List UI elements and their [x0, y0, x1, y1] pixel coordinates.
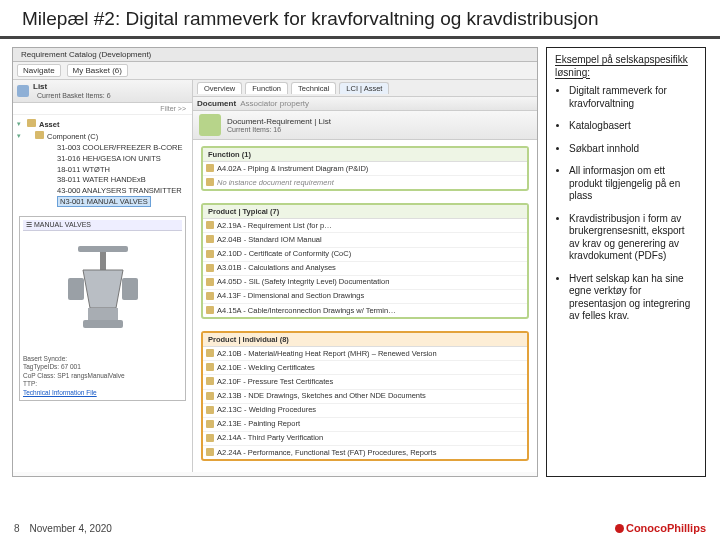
- preview-link[interactable]: Technical Information File: [23, 389, 182, 397]
- folder-icon: [35, 131, 44, 139]
- list-item[interactable]: A2.10E - Welding Certificates: [203, 361, 527, 375]
- valve-image: [23, 233, 182, 353]
- tree-item[interactable]: 18-011 WTØTH: [47, 165, 188, 176]
- group-title: Product | Typical (7): [208, 207, 279, 216]
- tab-overview[interactable]: Overview: [197, 82, 242, 94]
- list-item[interactable]: A4.13F - Dimensional and Section Drawing…: [203, 290, 527, 304]
- preview-card: ☰ MANUAL VALVES: [19, 216, 186, 401]
- svg-rect-5: [88, 308, 118, 320]
- footer-date: November 4, 2020: [30, 523, 112, 534]
- doc-title: Document-Requirement | List: [227, 117, 331, 126]
- side-lead: Eksempel på selskapspesifikk løsning:: [555, 54, 688, 78]
- brand-text: ConocoPhillips: [626, 522, 706, 534]
- tab-function[interactable]: Function: [245, 82, 288, 94]
- list-subtitle: Current Basket Items: 6: [33, 91, 115, 100]
- svg-marker-2: [83, 270, 123, 308]
- tree-item[interactable]: 38-011 WATER HANDExB: [47, 175, 188, 186]
- doc-tabs: Overview Function Technical LCI | Asset: [193, 80, 537, 97]
- list-item[interactable]: A2.10B - Material/Heating Heat Report (M…: [203, 347, 527, 361]
- side-bullet: Katalogbasert: [569, 120, 697, 133]
- side-bullet: Søkbart innhold: [569, 143, 697, 156]
- group-title: Function (1): [208, 150, 251, 159]
- svg-rect-0: [78, 246, 128, 252]
- preview-meta: TTP:: [23, 380, 182, 388]
- svg-rect-6: [83, 320, 123, 328]
- preview-meta: Basert Syncde:: [23, 355, 182, 363]
- side-bullet: Kravdistribusjon i form av brukergrenses…: [569, 213, 697, 263]
- side-bullet: Hvert selskap kan ha sine egne verktøy f…: [569, 273, 697, 323]
- doc-header: Document-Requirement | List Current Item…: [193, 111, 537, 140]
- app-window-title: Requirement Catalog (Development): [13, 48, 537, 62]
- doc-subtitle: Current Items: 16: [227, 126, 331, 133]
- tab-asset[interactable]: LCI | Asset: [339, 82, 389, 94]
- list-item[interactable]: A2.13B - NDE Drawings, Sketches and Othe…: [203, 390, 527, 404]
- asset-tree[interactable]: Asset Component (C) 31-003 COOLER/FREEZE…: [13, 115, 192, 212]
- list-item[interactable]: A2.10D - Certificate of Conformity (CoC): [203, 248, 527, 262]
- list-item[interactable]: A2.13E - Painting Report: [203, 418, 527, 432]
- doc-list-icon: [199, 114, 221, 136]
- preview-title: MANUAL VALVES: [34, 221, 91, 228]
- slide-title: Milepæl #2: Digital rammeverk for kravfo…: [22, 8, 720, 30]
- list-item[interactable]: A4.15A - Cable/Interconnection Drawings …: [203, 304, 527, 317]
- tree-item-selected[interactable]: N3-001 MANUAL VALVES: [47, 197, 188, 208]
- svg-rect-4: [122, 278, 138, 300]
- group-function: Function (1) A4.02A - Piping & Instrumen…: [201, 146, 529, 191]
- preview-icon: ☰: [26, 221, 32, 228]
- slide-footer: 8 November 4, 2020 ConocoPhillips: [0, 522, 720, 534]
- window-title-text: Requirement Catalog (Development): [21, 50, 151, 59]
- svg-rect-1: [100, 252, 106, 270]
- filter-button[interactable]: Filter >>: [160, 105, 186, 112]
- logo-dot-icon: [615, 524, 624, 533]
- group-individual: Product | Individual (8) A2.10B - Materi…: [201, 331, 529, 461]
- list-item[interactable]: A4.05D - SIL (Safety Integrity Level) Do…: [203, 276, 527, 290]
- list-item[interactable]: A2.14A - Third Party Verification: [203, 432, 527, 446]
- app-screenshot: Requirement Catalog (Development) Naviga…: [12, 47, 538, 477]
- nav-button[interactable]: Navigate: [17, 64, 61, 77]
- doc-panel-header: Document Associator property: [193, 97, 537, 111]
- tree-item[interactable]: 31-003 COOLER/FREEZER B-CORE: [47, 143, 188, 154]
- list-item[interactable]: A4.02A - Piping & Instrument Diagram (P&…: [203, 162, 527, 176]
- tree-component[interactable]: Component (C): [47, 132, 98, 141]
- doc-tab-sub[interactable]: Associator property: [240, 99, 309, 108]
- list-item: No instance document requirement: [203, 176, 527, 189]
- list-item[interactable]: A2.10F - Pressure Test Certificates: [203, 375, 527, 389]
- basket-button[interactable]: My Basket (6): [67, 64, 128, 77]
- list-icon: [17, 85, 29, 97]
- doc-tab-main[interactable]: Document: [197, 99, 236, 108]
- list-panel-header: List Current Basket Items: 6: [13, 80, 192, 103]
- tree-item[interactable]: 31-016 HEH/GESA ION UNITS: [47, 154, 188, 165]
- side-notes: Eksempel på selskapspesifikk løsning: Di…: [546, 47, 706, 477]
- list-item[interactable]: A2.19A - Requirement List (for p…: [203, 219, 527, 233]
- side-bullet: All informasjon om ett produkt tilgjenge…: [569, 165, 697, 203]
- list-title: List: [33, 82, 115, 91]
- page-number: 8: [14, 523, 20, 534]
- list-item[interactable]: A2.04B - Standard IOM Manual: [203, 233, 527, 247]
- preview-meta: CoP Class: SP1 rangsManualValve: [23, 372, 182, 380]
- tree-root[interactable]: Asset: [39, 120, 59, 129]
- tab-technical[interactable]: Technical: [291, 82, 336, 94]
- preview-meta: TagTypeIDs: 67 001: [23, 363, 182, 371]
- list-item[interactable]: A2.24A - Performance, Functional Test (F…: [203, 446, 527, 459]
- list-item[interactable]: A2.13C - Welding Procedures: [203, 404, 527, 418]
- app-toolbar: Navigate My Basket (6): [13, 62, 537, 80]
- svg-rect-3: [68, 278, 84, 300]
- title-bar: Milepæl #2: Digital rammeverk for kravfo…: [0, 0, 720, 39]
- list-item[interactable]: A3.01B - Calculations and Analyses: [203, 262, 527, 276]
- group-title: Product | Individual (8): [208, 335, 289, 344]
- folder-icon: [27, 119, 36, 127]
- group-typical: Product | Typical (7) A2.19A - Requireme…: [201, 203, 529, 319]
- brand-logo: ConocoPhillips: [615, 522, 706, 534]
- side-bullet: Digitalt rammeverk for kravforvaltning: [569, 85, 697, 110]
